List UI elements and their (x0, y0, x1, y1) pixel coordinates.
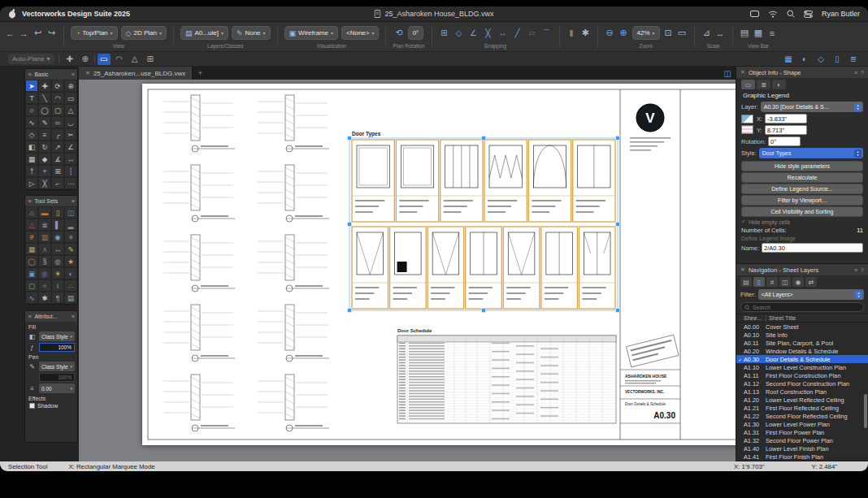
scale-icon[interactable]: ⊿ (701, 28, 712, 38)
line-tool-icon[interactable]: ╲ (38, 92, 51, 104)
snap-intersection-icon[interactable]: ╳ (483, 27, 494, 39)
stairs-toolset-icon[interactable]: ≣ (38, 219, 51, 231)
viewbar-layers-icon[interactable]: ▤ (740, 28, 750, 38)
viewport-toolset-icon[interactable]: ▣ (25, 267, 38, 279)
dims-notes-toolset-icon[interactable]: ↔ (51, 243, 64, 255)
sheet-row[interactable]: A0.11Site Plan, Carport, & Pool (736, 339, 868, 347)
move-tool-icon[interactable]: ↗ (51, 141, 64, 153)
doors-toolset-icon[interactable]: ▯ (51, 206, 64, 219)
rectangular-marquee-icon[interactable]: ▭ (98, 54, 111, 65)
sheet-row[interactable]: ✓A0.30Door Details & Schedule (736, 355, 868, 363)
snap-edge-icon[interactable]: ╱ (512, 27, 523, 39)
drawing-canvas[interactable]: Door TypesDoor ScheduleVASHAROKEN HOUSEV… (79, 80, 736, 461)
selection-handle[interactable] (348, 309, 352, 313)
push-pull-mode-icon[interactable]: ✚ (63, 54, 76, 65)
panel-menu-icon[interactable]: ≡ (854, 70, 857, 76)
fill-style-dropdown[interactable]: Class Style▾ (39, 331, 75, 341)
selection-handle[interactable] (482, 136, 486, 141)
locus-tool-icon[interactable]: + (38, 165, 51, 177)
line-weight-dropdown[interactable]: 0.00▾ (39, 383, 75, 393)
sheet-row[interactable]: A1.32Second Floor Power Plan (736, 436, 868, 444)
render-style-dropdown[interactable]: <None> ▾ (341, 26, 379, 40)
snap-distance-icon[interactable]: ↔ (497, 27, 509, 39)
scale-bar-icon[interactable]: ↔ (715, 28, 726, 38)
attribute-mapping-tool-icon[interactable]: ▦ (25, 153, 38, 165)
polygon-marquee-icon[interactable]: △ (128, 54, 141, 65)
classes-icon[interactable]: # (766, 277, 778, 287)
plan-rotation-field[interactable]: 0° (408, 26, 424, 40)
windows-toolset-icon[interactable]: ◫ (64, 206, 77, 219)
close-tab-icon[interactable]: ✕ (85, 70, 90, 76)
style-dropdown[interactable]: Door Types ▴▾ (759, 148, 863, 158)
sheet-search-box[interactable] (740, 302, 864, 312)
y-coordinate-field[interactable] (765, 125, 807, 135)
connect-tool-icon[interactable]: ⌐ (51, 177, 64, 189)
fit-to-objects-icon[interactable]: ⊡ (663, 28, 674, 38)
active-layer-dropdown[interactable]: ▤ A0...ule] ▾ (180, 26, 228, 40)
navigation-header[interactable]: ✕ Navigation - Sheet Layers ≡ ? (736, 264, 868, 275)
arc-tool-icon[interactable]: ◠ (51, 92, 64, 104)
annotation-toolset-icon[interactable]: ✎ (64, 243, 77, 255)
rotation-field[interactable] (768, 136, 801, 146)
object-name-field[interactable] (762, 243, 863, 253)
references-icon[interactable]: ⇄ (805, 277, 817, 287)
layer-filter-dropdown[interactable]: <All Layers> ▴▾ (758, 289, 864, 300)
rotate-tool-icon[interactable]: ↻ (38, 141, 51, 153)
grid-tool-icon[interactable]: ⊞ (51, 165, 64, 177)
back-icon[interactable]: ← (5, 28, 15, 38)
redo-icon[interactable]: ↪ (46, 28, 57, 38)
shadow-checkbox[interactable] (29, 403, 35, 409)
camera-toolset-icon[interactable]: ◎ (38, 267, 51, 279)
snap-working-plane-icon[interactable]: ▱ (527, 27, 538, 39)
help-icon[interactable]: ? (861, 70, 864, 76)
door-types-legend[interactable]: Door Types (348, 131, 620, 313)
plan-rotation-icon[interactable]: ⟲ (394, 28, 405, 38)
snap-tangent-icon[interactable]: ⌒ (541, 27, 553, 39)
snap-angle-icon[interactable]: ∠ (468, 27, 480, 39)
oval-tool-icon[interactable]: ◯ (38, 104, 51, 116)
quarter-arc-tool-icon[interactable]: ◡ (64, 116, 77, 128)
oi-button-4[interactable]: Cell Visibility and Sorting (741, 206, 863, 217)
shape-tab[interactable]: ▭ (741, 80, 755, 89)
data-tab[interactable]: ≣ (757, 80, 770, 89)
more-tools-icon[interactable]: ⋯ (64, 177, 77, 189)
auto-plane-dropdown[interactable]: Auto-Plane ▾ (8, 54, 54, 64)
callout-toolset-icon[interactable]: ◯ (25, 255, 38, 267)
panel-menu-icon[interactable]: ≡ (854, 267, 857, 273)
render-mode-dropdown[interactable]: ▣ Wireframe ▾ (284, 26, 338, 40)
user-name[interactable]: Ryan Butler (822, 10, 860, 18)
viewbar-menu-icon[interactable]: ≡ (767, 28, 778, 38)
plants-toolset-icon[interactable]: ✳ (64, 231, 77, 243)
sheet-row[interactable]: A1.10Lower Level Construction Plan (736, 363, 868, 371)
polyline-tool-icon[interactable]: ∿ (25, 116, 38, 128)
fillet-tool-icon[interactable]: ╭ (51, 128, 64, 141)
apple-menu-icon[interactable] (8, 9, 16, 19)
design-layers-icon[interactable]: ▤ (740, 277, 752, 287)
protractor-tool-icon[interactable]: ∡ (51, 153, 64, 165)
control-center-icon[interactable] (804, 11, 813, 18)
render-toolset-icon[interactable]: ◐ (64, 267, 77, 279)
framing-toolset-icon[interactable]: # (25, 231, 38, 243)
fixtures-toolset-icon[interactable]: ◉ (51, 231, 64, 243)
search-input[interactable] (753, 305, 860, 310)
lasso-marquee-icon[interactable]: ◠ (113, 54, 126, 65)
viewports-icon[interactable]: ◫ (779, 277, 791, 287)
new-tab-button[interactable]: + (193, 69, 207, 77)
sheet-page[interactable]: Door TypesDoor ScheduleVASHAROKEN HOUSEV… (142, 84, 736, 445)
regular-polygon-tool-icon[interactable]: ◇ (25, 128, 38, 141)
search-icon[interactable] (787, 10, 795, 18)
fit-to-page-icon[interactable]: ▭ (677, 28, 688, 38)
fill-opacity-field[interactable]: 100% (39, 343, 75, 352)
viewbar-grid-icon[interactable]: ▦ (753, 28, 764, 38)
double-line-tool-icon[interactable]: ═ (51, 116, 64, 128)
machine-design-toolset-icon[interactable]: ✱ (38, 292, 51, 304)
scale-tool-icon[interactable]: ∠ (64, 141, 77, 153)
display-icon[interactable] (750, 11, 759, 18)
close-icon[interactable]: ✕ (28, 314, 32, 320)
offset-tool-icon[interactable]: ≡ (38, 128, 51, 141)
flyover-tool-icon[interactable]: ⟳ (51, 80, 64, 92)
section-line-tool-icon[interactable]: ┆ (64, 165, 77, 177)
structural-toolset-icon[interactable]: I (51, 279, 64, 292)
split-tool-icon[interactable]: ╳ (38, 177, 51, 189)
polygon-tool-icon[interactable]: △ (64, 104, 77, 116)
